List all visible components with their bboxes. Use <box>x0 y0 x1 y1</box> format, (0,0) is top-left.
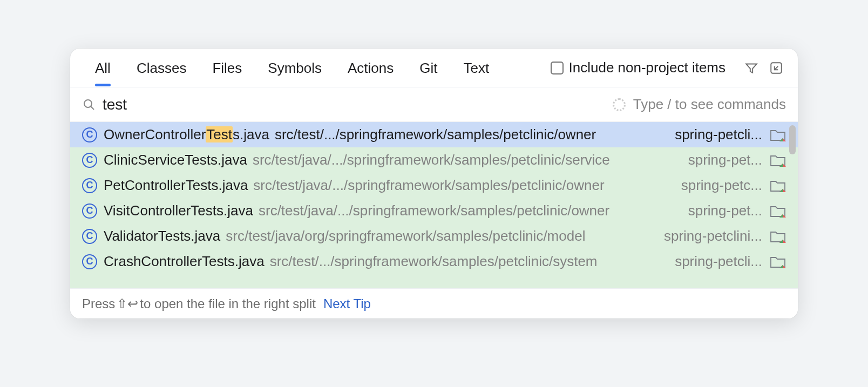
result-path: src/test/java/.../springframework/sample… <box>253 177 604 194</box>
footer: Press ⇧↩ to open the file in the right s… <box>70 288 798 318</box>
svg-point-1 <box>84 100 92 107</box>
footer-press: Press <box>82 296 115 311</box>
result-module: spring-petclini... <box>664 228 762 245</box>
tab-symbols[interactable]: Symbols <box>255 49 335 86</box>
result-row[interactable]: CPetControllerTests.javasrc/test/java/..… <box>70 173 798 198</box>
next-tip-link[interactable]: Next Tip <box>323 296 371 311</box>
test-folder-icon <box>770 230 786 243</box>
class-icon: C <box>82 153 97 168</box>
result-filename: PetControllerTests.java <box>104 177 248 194</box>
result-path: src/test/java/.../springframework/sample… <box>259 202 609 219</box>
result-row[interactable]: CValidatorTests.javasrc/test/java/org/sp… <box>70 223 798 249</box>
tabs: AllClassesFilesSymbolsActionsGitText <box>82 49 502 86</box>
search-input[interactable] <box>103 96 613 113</box>
result-module: spring-pet... <box>688 202 762 219</box>
class-icon: C <box>82 178 97 193</box>
class-icon: C <box>82 203 97 219</box>
tab-git[interactable]: Git <box>406 49 450 86</box>
class-icon: C <box>82 254 97 269</box>
result-filename: ClinicServiceTests.java <box>104 152 247 168</box>
class-icon: C <box>82 229 97 244</box>
result-module: spring-petcli... <box>675 126 762 143</box>
spinner-icon <box>613 98 626 111</box>
include-nonproject-checkbox[interactable] <box>551 62 564 74</box>
test-folder-icon <box>770 205 786 218</box>
results-list[interactable]: COwnerControllerTests.javasrc/test/.../s… <box>70 122 798 288</box>
result-path: src/test/.../springframework/samples/pet… <box>275 126 596 143</box>
result-path: src/test/java/.../springframework/sample… <box>253 152 610 168</box>
test-folder-icon <box>770 154 786 167</box>
tab-all[interactable]: All <box>82 49 124 86</box>
result-filename: ValidatorTests.java <box>104 228 220 245</box>
test-folder-icon <box>770 255 786 268</box>
tab-classes[interactable]: Classes <box>124 49 199 86</box>
footer-keys: ⇧↩ <box>117 296 138 311</box>
search-row: Type / to see commands <box>70 87 798 122</box>
result-row[interactable]: CCrashControllerTests.javasrc/test/.../s… <box>70 249 798 274</box>
result-module: spring-petcli... <box>675 253 762 270</box>
result-path: src/test/java/org/springframework/sample… <box>226 228 585 245</box>
result-row[interactable]: CVisitControllerTests.javasrc/test/java/… <box>70 198 798 223</box>
footer-rest: to open the file in the right split <box>140 296 316 311</box>
open-in-window-icon[interactable] <box>767 58 786 78</box>
result-module: spring-pet... <box>688 152 762 168</box>
tab-text[interactable]: Text <box>451 49 503 86</box>
search-icon <box>82 98 96 112</box>
result-row[interactable]: COwnerControllerTests.javasrc/test/.../s… <box>70 122 798 147</box>
tabs-row: AllClassesFilesSymbolsActionsGitText Inc… <box>70 49 798 87</box>
search-everywhere-popup: AllClassesFilesSymbolsActionsGitText Inc… <box>70 49 798 318</box>
class-icon: C <box>82 127 97 142</box>
search-hint: Type / to see commands <box>633 96 786 113</box>
result-module: spring-petc... <box>681 177 762 194</box>
filter-icon[interactable] <box>742 58 761 78</box>
tab-actions[interactable]: Actions <box>335 49 406 86</box>
result-filename: OwnerControllerTests.java <box>104 126 269 143</box>
scrollbar-thumb[interactable] <box>789 125 796 154</box>
result-filename: CrashControllerTests.java <box>104 253 265 270</box>
result-row[interactable]: CClinicServiceTests.javasrc/test/java/..… <box>70 147 798 173</box>
test-folder-icon <box>770 179 786 192</box>
test-folder-icon <box>770 128 786 141</box>
result-path: src/test/.../springframework/samples/pet… <box>270 253 598 270</box>
include-nonproject-label[interactable]: Include non-project items <box>569 59 725 76</box>
tab-files[interactable]: Files <box>199 49 255 86</box>
result-filename: VisitControllerTests.java <box>104 202 253 219</box>
